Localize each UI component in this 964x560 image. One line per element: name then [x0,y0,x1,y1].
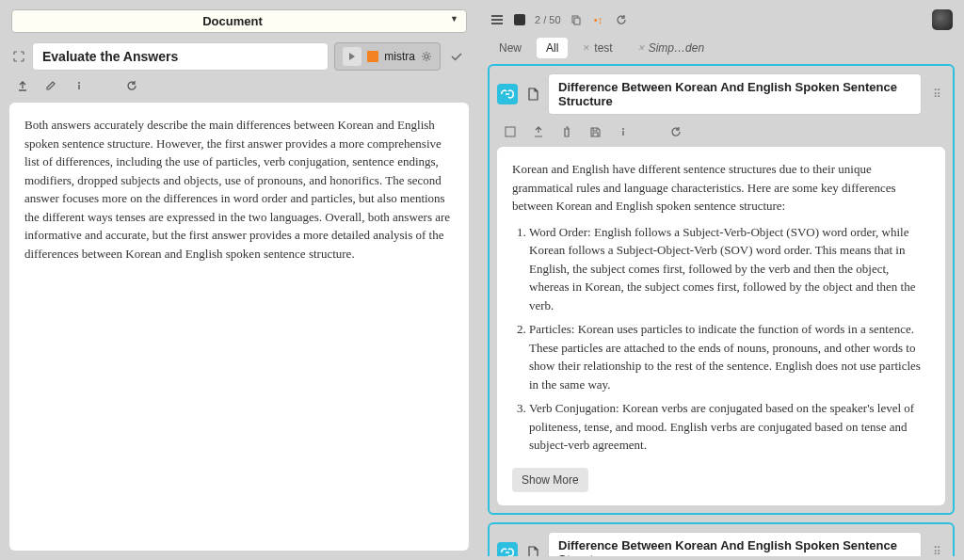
svg-rect-5 [506,127,515,136]
avatar[interactable] [932,9,953,30]
svg-rect-7 [622,131,623,136]
show-more-button[interactable]: Show More [512,468,588,492]
tab-all[interactable]: All [537,38,568,58]
link-badge-icon[interactable] [497,84,518,104]
card-2-title[interactable]: Difference Between Korean And English Sp… [548,532,922,557]
answer-card-2: Difference Between Korean And English Sp… [488,522,955,557]
close-icon[interactable]: ✕ [583,43,590,53]
list-icon[interactable] [490,12,505,27]
drag-handle-icon[interactable]: ⠿ [929,545,945,556]
svg-point-1 [78,82,80,84]
svg-rect-4 [574,18,580,24]
refresh-icon[interactable] [124,78,139,93]
left-content: Both answers accurately describe the mai… [9,103,469,551]
copy-icon[interactable] [569,12,584,27]
checkbox-icon[interactable] [503,124,518,139]
svg-point-0 [425,55,428,58]
left-panel: Document Evaluate the Answers mistra [4,4,474,556]
expand-icon[interactable] [11,49,26,64]
tabs: New All ✕test ✕Simp…den [482,36,960,64]
list-item: Verb Conjugation: Korean verbs are conju… [529,399,930,455]
svg-point-6 [622,128,624,130]
refresh-icon[interactable] [668,124,683,139]
check-icon[interactable] [446,50,467,63]
tab-simp[interactable]: ✕Simp…den [628,38,714,58]
model-selector[interactable]: mistra [334,42,441,71]
collapse-icon[interactable] [531,124,546,139]
card-1-title[interactable]: Difference Between Korean And English Sp… [548,73,922,115]
model-name: mistra [384,50,415,63]
link-badge-icon[interactable] [497,542,518,557]
stop-icon[interactable] [512,12,527,27]
play-icon[interactable] [343,47,362,66]
document-icon [525,545,540,557]
edit-icon[interactable] [43,78,58,93]
trash-icon[interactable] [559,124,574,139]
right-panel: 2 / 50 •↕ New All ✕test ✕Simp…den [482,4,960,556]
info-icon[interactable] [616,124,631,139]
document-icon [525,87,540,102]
card-1-intro: Korean and English have different senten… [512,160,930,216]
refresh-right-icon[interactable] [614,12,629,27]
tab-new[interactable]: New [490,38,531,58]
model-logo-icon [367,51,378,62]
card-1-body: Korean and English have different senten… [497,147,945,505]
evaluation-text: Both answers accurately describe the mai… [24,116,454,263]
document-selector[interactable]: Document [11,9,467,33]
svg-rect-2 [78,85,79,89]
gear-icon[interactable] [421,51,432,62]
save-icon[interactable] [587,124,602,139]
page-indicator: 2 / 50 [535,14,561,25]
answer-card-1: Difference Between Korean And English Sp… [488,64,955,515]
upload-icon[interactable] [15,78,30,93]
compress-icon[interactable]: •↕ [591,12,606,27]
info-icon[interactable] [72,78,87,93]
list-item: Word Order: English follows a Subject-Ve… [529,223,930,315]
close-icon[interactable]: ✕ [637,43,645,53]
evaluate-title[interactable]: Evaluate the Answers [32,42,329,71]
list-item: Particles: Korean uses particles to indi… [529,320,930,393]
drag-handle-icon[interactable]: ⠿ [929,88,945,102]
tab-test[interactable]: ✕test [573,38,621,58]
